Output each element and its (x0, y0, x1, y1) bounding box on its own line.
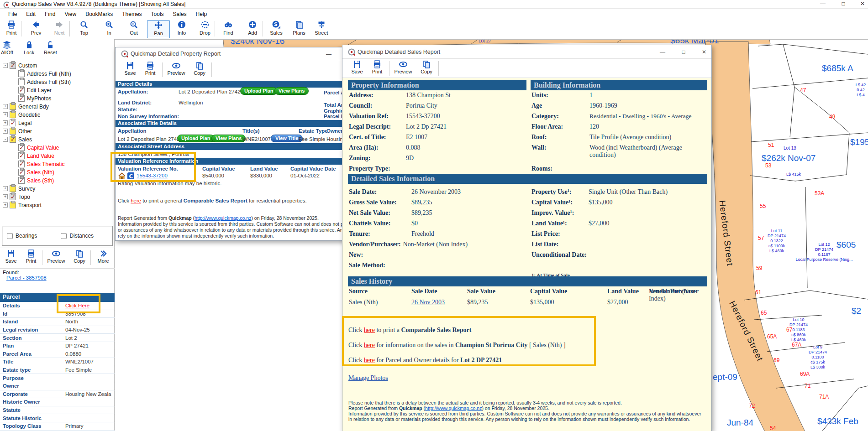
layer-item[interactable]: Land Value (18, 152, 54, 160)
menu-help[interactable]: Help (191, 10, 212, 19)
menu-find[interactable]: Find (40, 10, 60, 19)
layer-item[interactable]: +Survey (3, 185, 35, 192)
here-link[interactable]: here (131, 198, 141, 203)
print-button[interactable]: Print (366, 60, 388, 74)
copy-button[interactable]: Copy (416, 60, 437, 74)
save-button[interactable]: Save (0, 249, 22, 264)
save-button[interactable]: Save (119, 61, 141, 76)
here-link[interactable]: here (364, 357, 375, 363)
layer-item[interactable]: +Geodetic (3, 111, 40, 119)
prev-button[interactable]: Prev (25, 20, 47, 38)
minimize-button[interactable]: — (656, 49, 669, 55)
copy-button[interactable]: Copy (68, 249, 90, 264)
more-button[interactable]: More (92, 249, 114, 264)
layer-item[interactable]: Capital Value (18, 144, 59, 151)
quickmap-url-link[interactable]: http://www.quickmap.co.nz (195, 215, 251, 221)
print-button[interactable]: Print (0, 20, 23, 38)
valuation-ref-link[interactable]: 15543-37200 (137, 173, 168, 178)
street-button[interactable]: Street (310, 20, 333, 38)
layer-checkbox[interactable] (10, 202, 16, 208)
layer-item-sales[interactable]: -Sales (3, 135, 32, 143)
pan-button[interactable]: Pan (147, 20, 170, 38)
layer-item[interactable]: MyPhotos (18, 94, 51, 102)
layer-checkbox[interactable] (10, 193, 16, 200)
layer-item[interactable]: Sales (Nth) (18, 168, 54, 176)
menu-file[interactable]: File (4, 10, 21, 19)
save-button[interactable]: Save (346, 60, 368, 74)
menu-bookmarks[interactable]: BookMarks (81, 10, 117, 19)
layer-item[interactable]: Sales (Sth) (18, 177, 54, 184)
view-plans-button[interactable]: View Plans (274, 87, 309, 95)
layer-checkbox[interactable] (18, 161, 25, 167)
close-button[interactable]: ✕ (697, 49, 711, 55)
zoom-out-button[interactable]: Out (122, 20, 145, 38)
view-plans-button[interactable]: View Plans (211, 135, 246, 142)
upload-plan-button[interactable]: Upload Plan (240, 87, 278, 95)
layer-item[interactable]: +Topo (3, 193, 30, 201)
distances-option[interactable]: Distances (61, 233, 94, 239)
layer-item[interactable]: Address Full (Sth) (18, 78, 71, 86)
bearings-checkbox[interactable] (7, 233, 13, 239)
layer-checkbox[interactable] (18, 87, 25, 93)
maximize-button[interactable]: □ (677, 49, 690, 55)
plans-button[interactable]: Plans (288, 20, 310, 38)
layer-item[interactable]: Edit Layer (18, 86, 52, 94)
add-button[interactable]: Add (241, 20, 264, 38)
layer-item[interactable]: +Transport (3, 201, 42, 209)
minimize-button[interactable]: — (322, 51, 336, 57)
print-button[interactable]: Print (20, 249, 42, 264)
layer-checkbox[interactable] (10, 119, 16, 126)
layer-checkbox[interactable] (10, 136, 16, 143)
find-button[interactable]: Find (217, 20, 240, 38)
manage-photos-link[interactable]: Manage Photos (348, 374, 388, 382)
zoom-in-button[interactable]: In (98, 20, 121, 38)
sales-report-titlebar[interactable]: Quickmap Detailed Sales Report — □ ✕ (342, 45, 711, 59)
info-button[interactable]: Info (170, 20, 193, 38)
menu-tools[interactable]: Tools (147, 10, 168, 19)
layer-item[interactable]: Sales Thematic (18, 160, 64, 168)
close-button[interactable]: ✕ (856, 0, 868, 7)
layer-checkbox[interactable] (10, 128, 16, 135)
layer-item[interactable]: +Other (3, 127, 32, 135)
layer-item[interactable]: +General Bdy (3, 103, 49, 110)
layer-checkbox[interactable] (18, 95, 25, 102)
layer-checkbox[interactable] (18, 152, 25, 159)
preview-button[interactable]: Preview (391, 60, 416, 74)
reset-button[interactable]: Reset (44, 40, 57, 59)
here-link[interactable]: here (364, 327, 375, 333)
layer-checkbox[interactable] (18, 177, 25, 184)
layer-item-custom[interactable]: -Custom (3, 62, 37, 69)
layer-item[interactable]: Address Full (Nth) (18, 70, 71, 78)
sale-date-link[interactable]: 26 Nov 2003 (411, 299, 445, 306)
sales-button[interactable]: Sales (265, 20, 288, 38)
layer-checkbox[interactable] (10, 103, 16, 110)
menu-themes[interactable]: Themes (117, 10, 146, 19)
layer-item[interactable]: +Legal (3, 119, 32, 127)
distances-checkbox[interactable] (61, 233, 67, 239)
parcel-details-link[interactable]: Click Here (65, 303, 89, 308)
preview-button[interactable]: Preview (44, 249, 68, 264)
menu-view[interactable]: View (60, 10, 81, 19)
property-report-titlebar[interactable]: Quickmap Detailed Property Report — (116, 47, 363, 60)
drop-button[interactable]: Drop (194, 20, 216, 38)
maximize-button[interactable]: □ (836, 0, 850, 7)
found-parcel-link[interactable]: Parcel - 3857908 (6, 275, 47, 280)
upload-plan-button[interactable]: Upload Plan (177, 135, 215, 142)
top-button[interactable]: Top (73, 20, 95, 38)
copy-button[interactable]: Copy (189, 61, 210, 76)
view-title-button[interactable]: View Title (271, 135, 303, 142)
layer-checkbox[interactable] (18, 144, 25, 151)
menu-edit[interactable]: Edit (21, 10, 40, 19)
bearings-option[interactable]: Bearings (7, 233, 37, 239)
alloff-button[interactable]: AllOff (1, 40, 13, 59)
quickmap-url-link[interactable]: http://www.quickmap.co.nz (425, 405, 482, 411)
layer-checkbox[interactable] (10, 62, 16, 69)
layer-checkbox[interactable] (18, 70, 25, 77)
layer-checkbox[interactable] (18, 169, 25, 176)
minimize-button[interactable]: — (816, 0, 830, 7)
next-button[interactable]: Next (48, 20, 71, 38)
lock-button[interactable]: Lock (24, 40, 34, 59)
layer-checkbox[interactable] (18, 78, 25, 85)
layer-checkbox[interactable] (10, 185, 16, 192)
here-link[interactable]: here (364, 342, 375, 348)
